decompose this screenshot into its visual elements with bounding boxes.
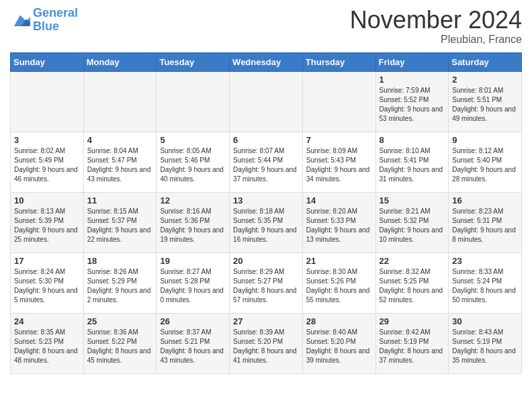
day-number: 28	[306, 316, 372, 326]
page-header: General Blue November 2024 Pleubian, Fra…	[10, 7, 522, 46]
day-info: Sunrise: 8:24 AM Sunset: 5:30 PM Dayligh…	[14, 267, 80, 305]
day-info: Sunrise: 8:32 AM Sunset: 5:25 PM Dayligh…	[380, 267, 445, 305]
day-number: 2	[452, 75, 518, 85]
day-info: Sunrise: 8:07 AM Sunset: 5:44 PM Dayligh…	[233, 146, 299, 184]
day-number: 13	[233, 195, 299, 205]
day-info: Sunrise: 7:59 AM Sunset: 5:52 PM Dayligh…	[380, 86, 445, 124]
day-number: 27	[233, 316, 299, 326]
table-row: 29Sunrise: 8:42 AM Sunset: 5:19 PM Dayli…	[375, 313, 449, 373]
table-row: 9Sunrise: 8:12 AM Sunset: 5:40 PM Daylig…	[449, 132, 522, 192]
table-row: 11Sunrise: 8:15 AM Sunset: 5:37 PM Dayli…	[83, 192, 157, 253]
table-row: 7Sunrise: 8:09 AM Sunset: 5:43 PM Daylig…	[302, 132, 375, 192]
day-info: Sunrise: 8:16 AM Sunset: 5:36 PM Dayligh…	[160, 207, 226, 244]
day-info: Sunrise: 8:18 AM Sunset: 5:35 PM Dayligh…	[233, 207, 299, 244]
day-info: Sunrise: 8:27 AM Sunset: 5:28 PM Dayligh…	[160, 267, 226, 305]
table-row: 10Sunrise: 8:13 AM Sunset: 5:39 PM Dayli…	[11, 192, 84, 253]
table-row: 28Sunrise: 8:40 AM Sunset: 5:20 PM Dayli…	[302, 313, 375, 373]
day-number: 10	[14, 195, 80, 205]
day-number: 14	[306, 195, 372, 205]
calendar-header-row: Sunday Monday Tuesday Wednesday Thursday…	[11, 52, 522, 71]
table-row: 5Sunrise: 8:05 AM Sunset: 5:46 PM Daylig…	[157, 132, 230, 192]
table-row	[11, 71, 84, 132]
month-title: November 2024	[350, 7, 522, 34]
table-row: 19Sunrise: 8:27 AM Sunset: 5:28 PM Dayli…	[157, 253, 230, 313]
day-info: Sunrise: 8:35 AM Sunset: 5:23 PM Dayligh…	[14, 328, 80, 365]
col-wednesday: Wednesday	[230, 52, 303, 71]
day-number: 11	[87, 195, 153, 205]
col-monday: Monday	[83, 52, 157, 71]
logo-general: General	[33, 6, 78, 19]
day-number: 7	[306, 135, 372, 145]
day-number: 22	[380, 256, 445, 266]
table-row: 4Sunrise: 8:04 AM Sunset: 5:47 PM Daylig…	[83, 132, 157, 192]
day-number: 12	[160, 195, 226, 205]
day-number: 9	[452, 135, 518, 145]
table-row: 2Sunrise: 8:01 AM Sunset: 5:51 PM Daylig…	[449, 71, 522, 132]
day-info: Sunrise: 8:40 AM Sunset: 5:20 PM Dayligh…	[306, 328, 372, 365]
table-row: 3Sunrise: 8:02 AM Sunset: 5:49 PM Daylig…	[11, 132, 84, 192]
table-row: 20Sunrise: 8:29 AM Sunset: 5:27 PM Dayli…	[230, 253, 303, 313]
day-number: 17	[14, 256, 80, 266]
day-number: 4	[87, 135, 153, 145]
calendar-week-row: 24Sunrise: 8:35 AM Sunset: 5:23 PM Dayli…	[11, 313, 522, 373]
table-row: 21Sunrise: 8:30 AM Sunset: 5:26 PM Dayli…	[302, 253, 375, 313]
day-info: Sunrise: 8:26 AM Sunset: 5:29 PM Dayligh…	[87, 267, 153, 305]
table-row: 14Sunrise: 8:20 AM Sunset: 5:33 PM Dayli…	[302, 192, 375, 253]
logo: General Blue	[10, 7, 78, 34]
table-row: 16Sunrise: 8:23 AM Sunset: 5:31 PM Dayli…	[449, 192, 522, 253]
day-number: 15	[380, 195, 445, 205]
table-row: 12Sunrise: 8:16 AM Sunset: 5:36 PM Dayli…	[157, 192, 230, 253]
day-number: 21	[306, 256, 372, 266]
table-row: 23Sunrise: 8:33 AM Sunset: 5:24 PM Dayli…	[449, 253, 522, 313]
table-row: 27Sunrise: 8:39 AM Sunset: 5:20 PM Dayli…	[230, 313, 303, 373]
day-info: Sunrise: 8:01 AM Sunset: 5:51 PM Dayligh…	[452, 86, 518, 124]
day-number: 29	[380, 316, 445, 326]
table-row	[302, 71, 375, 132]
col-friday: Friday	[375, 52, 449, 71]
calendar-week-row: 17Sunrise: 8:24 AM Sunset: 5:30 PM Dayli…	[11, 253, 522, 313]
logo-text: General Blue	[33, 7, 78, 34]
table-row: 26Sunrise: 8:37 AM Sunset: 5:21 PM Dayli…	[157, 313, 230, 373]
day-number: 25	[87, 316, 153, 326]
day-info: Sunrise: 8:36 AM Sunset: 5:22 PM Dayligh…	[87, 328, 153, 365]
day-number: 18	[87, 256, 153, 266]
col-saturday: Saturday	[449, 52, 522, 71]
day-info: Sunrise: 8:15 AM Sunset: 5:37 PM Dayligh…	[87, 207, 153, 244]
table-row: 18Sunrise: 8:26 AM Sunset: 5:29 PM Dayli…	[83, 253, 157, 313]
day-info: Sunrise: 8:09 AM Sunset: 5:43 PM Dayligh…	[306, 146, 372, 184]
day-info: Sunrise: 8:43 AM Sunset: 5:19 PM Dayligh…	[452, 328, 518, 365]
table-row: 30Sunrise: 8:43 AM Sunset: 5:19 PM Dayli…	[449, 313, 522, 373]
day-number: 23	[452, 256, 518, 266]
table-row: 1Sunrise: 7:59 AM Sunset: 5:52 PM Daylig…	[375, 71, 449, 132]
calendar-week-row: 3Sunrise: 8:02 AM Sunset: 5:49 PM Daylig…	[11, 132, 522, 192]
table-row: 8Sunrise: 8:10 AM Sunset: 5:41 PM Daylig…	[375, 132, 449, 192]
table-row	[83, 71, 157, 132]
day-info: Sunrise: 8:10 AM Sunset: 5:41 PM Dayligh…	[380, 146, 445, 184]
day-number: 16	[452, 195, 518, 205]
logo-icon	[10, 12, 30, 28]
day-info: Sunrise: 8:13 AM Sunset: 5:39 PM Dayligh…	[14, 207, 80, 244]
day-info: Sunrise: 8:30 AM Sunset: 5:26 PM Dayligh…	[306, 267, 372, 305]
day-number: 8	[380, 135, 445, 145]
calendar-week-row: 1Sunrise: 7:59 AM Sunset: 5:52 PM Daylig…	[11, 71, 522, 132]
table-row: 17Sunrise: 8:24 AM Sunset: 5:30 PM Dayli…	[11, 253, 84, 313]
day-info: Sunrise: 8:39 AM Sunset: 5:20 PM Dayligh…	[233, 328, 299, 365]
table-row: 24Sunrise: 8:35 AM Sunset: 5:23 PM Dayli…	[11, 313, 84, 373]
calendar-week-row: 10Sunrise: 8:13 AM Sunset: 5:39 PM Dayli…	[11, 192, 522, 253]
day-number: 6	[233, 135, 299, 145]
location: Pleubian, France	[350, 34, 522, 46]
col-tuesday: Tuesday	[157, 52, 230, 71]
day-number: 26	[160, 316, 226, 326]
day-info: Sunrise: 8:21 AM Sunset: 5:32 PM Dayligh…	[380, 207, 445, 244]
day-number: 19	[160, 256, 226, 266]
day-info: Sunrise: 8:33 AM Sunset: 5:24 PM Dayligh…	[452, 267, 518, 305]
calendar-table: Sunday Monday Tuesday Wednesday Thursday…	[10, 52, 522, 374]
day-info: Sunrise: 8:42 AM Sunset: 5:19 PM Dayligh…	[380, 328, 445, 365]
day-info: Sunrise: 8:20 AM Sunset: 5:33 PM Dayligh…	[306, 207, 372, 244]
table-row: 13Sunrise: 8:18 AM Sunset: 5:35 PM Dayli…	[230, 192, 303, 253]
day-number: 3	[14, 135, 80, 145]
col-thursday: Thursday	[302, 52, 375, 71]
table-row: 22Sunrise: 8:32 AM Sunset: 5:25 PM Dayli…	[375, 253, 449, 313]
day-number: 1	[380, 75, 445, 85]
day-info: Sunrise: 8:29 AM Sunset: 5:27 PM Dayligh…	[233, 267, 299, 305]
